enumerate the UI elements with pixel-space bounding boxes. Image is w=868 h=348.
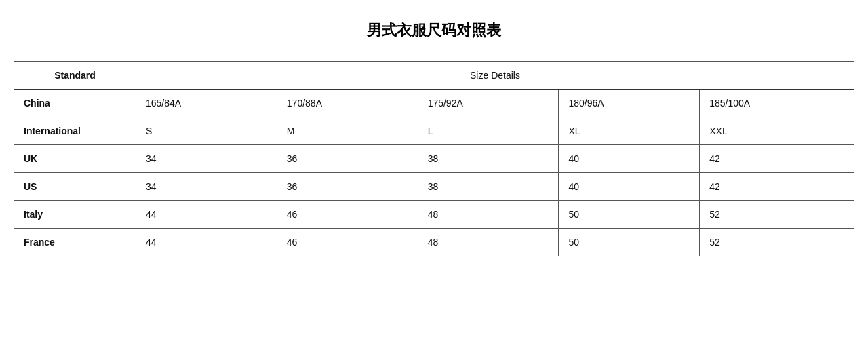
header-size-details: Size Details xyxy=(136,62,854,90)
table-row: InternationalSMLXLXXL xyxy=(14,117,854,145)
table-cell: 180/96A xyxy=(559,90,700,117)
table-cell: 44 xyxy=(136,201,277,229)
header-standard: Standard xyxy=(14,62,136,90)
table-cell: 46 xyxy=(277,229,418,256)
row-standard-label: France xyxy=(14,229,136,256)
table-row: UK3436384042 xyxy=(14,145,854,173)
table-cell: 52 xyxy=(700,229,854,256)
table-cell: XXL xyxy=(700,117,854,145)
table-cell: 48 xyxy=(418,229,559,256)
table-row: US3436384042 xyxy=(14,173,854,201)
row-standard-label: US xyxy=(14,173,136,201)
page-title: 男式衣服尺码对照表 xyxy=(367,20,501,41)
row-standard-label: UK xyxy=(14,145,136,173)
table-cell: S xyxy=(136,117,277,145)
table-cell: 38 xyxy=(418,173,559,201)
table-cell: 48 xyxy=(418,201,559,229)
table-cell: 36 xyxy=(277,173,418,201)
table-row: Italy4446485052 xyxy=(14,201,854,229)
size-chart-table: Standard Size Details China165/84A170/88… xyxy=(14,61,854,256)
table-cell: 165/84A xyxy=(136,90,277,117)
table-row: China165/84A170/88A175/92A180/96A185/100… xyxy=(14,90,854,117)
table-cell: M xyxy=(277,117,418,145)
table-cell: 170/88A xyxy=(277,90,418,117)
table-cell: 34 xyxy=(136,173,277,201)
table-cell: 42 xyxy=(700,173,854,201)
table-cell: XL xyxy=(559,117,700,145)
table-cell: 52 xyxy=(700,201,854,229)
table-cell: 50 xyxy=(559,201,700,229)
table-cell: 175/92A xyxy=(418,90,559,117)
table-cell: 36 xyxy=(277,145,418,173)
table-cell: 50 xyxy=(559,229,700,256)
table-cell: 42 xyxy=(700,145,854,173)
table-wrapper: Standard Size Details China165/84A170/88… xyxy=(14,61,854,256)
table-cell: 40 xyxy=(559,145,700,173)
table-row: France4446485052 xyxy=(14,229,854,256)
row-standard-label: Italy xyxy=(14,201,136,229)
table-cell: 44 xyxy=(136,229,277,256)
table-cell: 40 xyxy=(559,173,700,201)
table-cell: 38 xyxy=(418,145,559,173)
table-cell: 46 xyxy=(277,201,418,229)
table-cell: L xyxy=(418,117,559,145)
row-standard-label: China xyxy=(14,90,136,117)
table-cell: 185/100A xyxy=(700,90,854,117)
table-cell: 34 xyxy=(136,145,277,173)
row-standard-label: International xyxy=(14,117,136,145)
